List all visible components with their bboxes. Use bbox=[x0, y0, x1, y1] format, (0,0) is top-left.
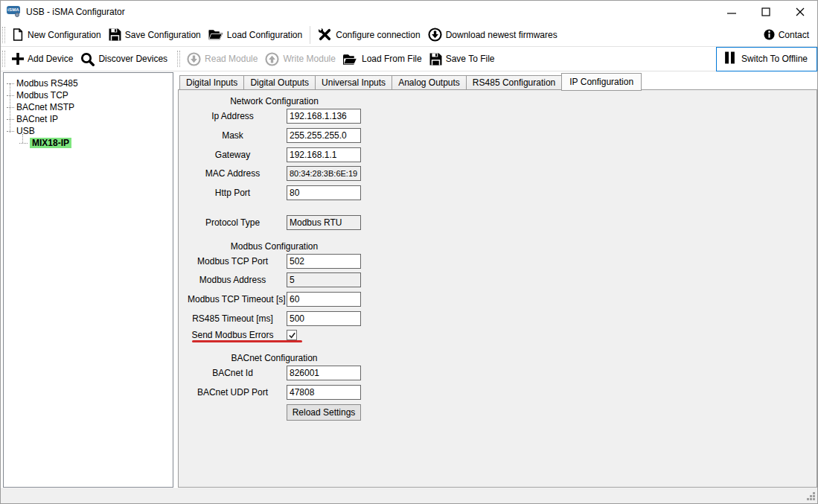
modbus-tcp-port-label: Modbus TCP Port bbox=[188, 256, 278, 267]
download-firmwares-label: Download newest firmwares bbox=[446, 30, 557, 40]
rs485-timeout-label: RS485 Timeout [ms] bbox=[188, 313, 278, 324]
open-folder-icon bbox=[208, 29, 223, 40]
bacnet-configuration-header: BACnet Configuration bbox=[188, 353, 361, 363]
modbus-address-label: Modbus Address bbox=[188, 275, 278, 285]
modbus-address-row: Modbus Address bbox=[188, 272, 361, 287]
toolbar-grip bbox=[2, 27, 5, 43]
discover-devices-button[interactable]: Discover Devices bbox=[77, 48, 171, 69]
title-bar: iSMA USB - iSMA Configurator bbox=[1, 1, 817, 23]
http-port-label: Http Port bbox=[188, 188, 278, 198]
send-modbus-errors-checkbox[interactable] bbox=[287, 330, 297, 340]
maximize-icon[interactable] bbox=[749, 1, 783, 23]
protocol-type-label: Protocol Type bbox=[188, 217, 278, 228]
tree-item-modbus-tcp[interactable]: Modbus TCP bbox=[4, 89, 173, 101]
protocol-type-row: Protocol Type bbox=[188, 215, 361, 230]
download-firmwares-button[interactable]: Download newest firmwares bbox=[424, 25, 561, 45]
tree-item-bacnet-ip[interactable]: BACnet IP bbox=[4, 113, 173, 125]
save-floppy-icon bbox=[109, 28, 121, 41]
write-module-button[interactable]: Write Module bbox=[261, 48, 339, 69]
tab-universal-inputs[interactable]: Universal Inputs bbox=[316, 75, 392, 90]
read-module-button[interactable]: Read Module bbox=[183, 48, 261, 69]
circle-down-arrow-icon bbox=[187, 52, 201, 66]
mac-address-row: MAC Address bbox=[188, 166, 361, 181]
read-module-label: Read Module bbox=[205, 54, 258, 64]
save-to-file-label: Save To File bbox=[446, 54, 495, 64]
tab-analog-outputs[interactable]: Analog Outputs bbox=[392, 75, 467, 90]
modbus-tcp-port-row: Modbus TCP Port bbox=[188, 254, 361, 269]
modbus-configuration-header: Modbus Configuration bbox=[188, 241, 361, 252]
gateway-row: Gateway bbox=[188, 147, 361, 162]
device-tree-panel: Modbus RS485 Modbus TCP BACnet MSTP BACn… bbox=[3, 72, 173, 488]
main-toolbar: New Configuration Save Configuration Loa… bbox=[1, 23, 817, 47]
modbus-tcp-port-field[interactable] bbox=[287, 254, 361, 269]
mac-address-field bbox=[287, 166, 361, 181]
device-toolbar: Add Device Discover Devices Read Module … bbox=[1, 47, 817, 71]
new-document-icon bbox=[12, 28, 24, 41]
ip-configuration-page: Network Configuration Ip Address Mask Ga… bbox=[178, 89, 817, 488]
mac-address-label: MAC Address bbox=[188, 168, 278, 179]
contact-label: Contact bbox=[779, 30, 809, 40]
module-tabs: Digital Inputs Digital Outputs Universal… bbox=[179, 72, 642, 90]
modbus-address-field bbox=[287, 272, 361, 287]
pause-icon bbox=[724, 51, 735, 66]
bacnet-id-label: BACnet Id bbox=[188, 368, 278, 378]
rs485-timeout-field[interactable] bbox=[287, 311, 361, 326]
info-icon bbox=[764, 29, 775, 40]
new-configuration-button[interactable]: New Configuration bbox=[8, 25, 105, 45]
protocol-type-field bbox=[287, 215, 361, 230]
bacnet-id-field[interactable] bbox=[287, 366, 361, 380]
bacnet-udp-port-label: BACnet UDP Port bbox=[188, 387, 278, 398]
write-module-label: Write Module bbox=[283, 54, 335, 64]
tab-ip-configuration[interactable]: IP Configuration bbox=[561, 73, 642, 91]
mask-field[interactable] bbox=[287, 128, 361, 143]
save-to-file-button[interactable]: Save To File bbox=[426, 48, 499, 69]
check-icon bbox=[288, 331, 296, 339]
gateway-label: Gateway bbox=[188, 150, 278, 160]
send-modbus-errors-row: Send Modbus Errors bbox=[188, 330, 297, 340]
modbus-tcp-timeout-field[interactable] bbox=[287, 292, 361, 307]
mask-row: Mask bbox=[188, 128, 361, 143]
send-modbus-errors-label: Send Modbus Errors bbox=[188, 330, 278, 340]
http-port-field[interactable] bbox=[287, 185, 361, 200]
toolbar-grip bbox=[2, 51, 5, 67]
tools-icon bbox=[318, 28, 332, 42]
mask-label: Mask bbox=[188, 130, 278, 141]
tree-item-modbus-rs485[interactable]: Modbus RS485 bbox=[4, 77, 173, 89]
tree-item-mix18-ip-selected[interactable]: MIX18-IP bbox=[4, 137, 173, 149]
configure-connection-button[interactable]: Configure connection bbox=[314, 25, 424, 45]
circle-download-icon bbox=[428, 28, 442, 42]
ip-address-row: Ip Address bbox=[188, 109, 361, 124]
ip-address-field[interactable] bbox=[287, 109, 361, 124]
app-logo-icon: iSMA bbox=[7, 6, 22, 18]
load-configuration-button[interactable]: Load Configuration bbox=[205, 25, 306, 45]
red-underline-annotation bbox=[192, 340, 302, 342]
contact-button[interactable]: Contact bbox=[760, 25, 813, 45]
save-floppy-icon bbox=[429, 53, 442, 66]
gateway-field[interactable] bbox=[287, 147, 361, 162]
window-title: USB - iSMA Configurator bbox=[26, 7, 125, 17]
tree-item-usb[interactable]: USB bbox=[4, 125, 173, 137]
search-icon bbox=[80, 52, 95, 66]
new-configuration-label: New Configuration bbox=[28, 30, 101, 40]
ip-address-label: Ip Address bbox=[188, 111, 278, 121]
open-folder-icon bbox=[343, 54, 358, 65]
status-bar bbox=[1, 488, 817, 504]
bacnet-udp-port-field[interactable] bbox=[287, 385, 361, 400]
add-device-button[interactable]: Add Device bbox=[8, 48, 77, 69]
close-icon[interactable] bbox=[783, 1, 817, 23]
tab-digital-outputs[interactable]: Digital Outputs bbox=[244, 75, 316, 90]
load-from-file-label: Load From File bbox=[362, 54, 422, 64]
save-configuration-label: Save Configuration bbox=[125, 30, 201, 40]
resize-grip[interactable] bbox=[806, 491, 816, 503]
save-configuration-button[interactable]: Save Configuration bbox=[105, 25, 205, 45]
tab-digital-inputs[interactable]: Digital Inputs bbox=[179, 75, 244, 90]
reload-settings-button[interactable]: Reload Settings bbox=[287, 404, 361, 421]
network-configuration-header: Network Configuration bbox=[188, 96, 361, 106]
configure-connection-label: Configure connection bbox=[336, 30, 420, 40]
tab-rs485-configuration[interactable]: RS485 Configuration bbox=[467, 75, 562, 90]
minimize-icon[interactable] bbox=[715, 1, 749, 23]
tree-item-bacnet-mstp[interactable]: BACnet MSTP bbox=[4, 101, 173, 113]
load-from-file-button[interactable]: Load From File bbox=[339, 48, 426, 69]
plus-icon bbox=[12, 53, 24, 65]
switch-to-offline-button[interactable]: Switch To Offline bbox=[716, 47, 817, 71]
